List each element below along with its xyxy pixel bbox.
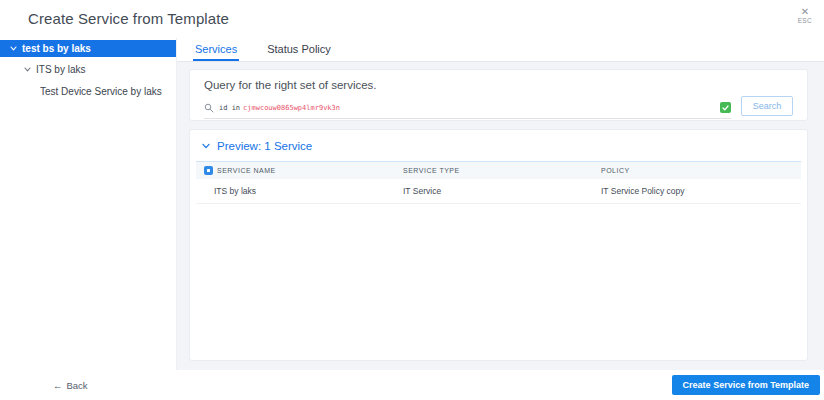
close-button[interactable]: ✕ ESC bbox=[798, 7, 812, 25]
main-area: test bs by laks ITS by laks Test Device … bbox=[0, 38, 824, 370]
table-header-row: SERVICE NAME SERVICE TYPE POLICY bbox=[196, 162, 801, 179]
column-header-label: SERVICE NAME bbox=[217, 167, 276, 174]
cell-service-type: IT Service bbox=[403, 186, 601, 196]
content-area: Services Status Policy Query for the rig… bbox=[177, 38, 824, 370]
tab-status-policy[interactable]: Status Policy bbox=[265, 38, 333, 61]
column-header-policy[interactable]: POLICY bbox=[601, 167, 801, 174]
preview-header[interactable]: Preview: 1 Service bbox=[196, 138, 801, 161]
query-prompt: Query for the right set of services. bbox=[204, 79, 793, 91]
preview-card: Preview: 1 Service SERVICE NAME SERVICE … bbox=[189, 129, 808, 361]
page-header: Create Service from Template ✕ ESC bbox=[0, 0, 824, 38]
cell-service-name: ITS by laks bbox=[204, 186, 403, 196]
tab-label: Status Policy bbox=[267, 43, 331, 55]
tree-item-it-service[interactable]: ITS by laks bbox=[0, 59, 176, 80]
tree-item-label: test bs by laks bbox=[22, 43, 91, 54]
esc-label: ESC bbox=[798, 18, 812, 25]
cell-policy: IT Service Policy copy bbox=[601, 186, 801, 196]
tab-bar: Services Status Policy bbox=[177, 38, 824, 62]
query-card: Query for the right set of services. id … bbox=[189, 69, 808, 121]
chevron-down-icon[interactable] bbox=[24, 67, 31, 72]
content-scroll: Query for the right set of services. id … bbox=[177, 62, 824, 370]
chevron-down-icon bbox=[202, 143, 210, 149]
query-field-value: cjmwcouw0865wp4lmr9vk3n bbox=[243, 104, 340, 112]
preview-title: Preview: 1 Service bbox=[217, 140, 312, 152]
column-header-service-name[interactable]: SERVICE NAME bbox=[204, 166, 403, 175]
tree-item-label: Test Device Service by laks bbox=[40, 86, 162, 97]
key-column-icon bbox=[204, 166, 213, 175]
query-valid-checkbox[interactable] bbox=[720, 102, 731, 113]
footer-bar: ← Back Create Service from Template bbox=[0, 370, 824, 400]
column-header-service-type[interactable]: SERVICE TYPE bbox=[403, 167, 601, 174]
query-row: id in cjmwcouw0865wp4lmr9vk3n Search bbox=[204, 96, 793, 119]
close-icon: ✕ bbox=[801, 7, 809, 17]
create-service-from-template-button[interactable]: Create Service from Template bbox=[672, 375, 820, 395]
table-row[interactable]: ITS by laks IT Service IT Service Policy… bbox=[196, 179, 801, 204]
service-tree-sidebar: test bs by laks ITS by laks Test Device … bbox=[0, 38, 177, 370]
chevron-down-icon[interactable] bbox=[10, 46, 17, 51]
back-arrow-icon: ← bbox=[53, 380, 63, 391]
search-icon bbox=[204, 103, 214, 113]
tree-item-business-service[interactable]: test bs by laks bbox=[0, 40, 176, 57]
query-field-prefix: id in bbox=[219, 104, 240, 112]
tree-item-device-service[interactable]: Test Device Service by laks bbox=[0, 80, 176, 103]
tab-services[interactable]: Services bbox=[193, 38, 239, 61]
back-button[interactable]: ← Back bbox=[53, 380, 88, 391]
back-label: Back bbox=[67, 380, 88, 391]
tab-label: Services bbox=[195, 43, 237, 55]
search-button[interactable]: Search bbox=[741, 96, 793, 116]
tree-item-label: ITS by laks bbox=[36, 64, 85, 75]
page-title: Create Service from Template bbox=[28, 10, 229, 27]
query-input[interactable]: id in cjmwcouw0865wp4lmr9vk3n bbox=[204, 102, 731, 119]
